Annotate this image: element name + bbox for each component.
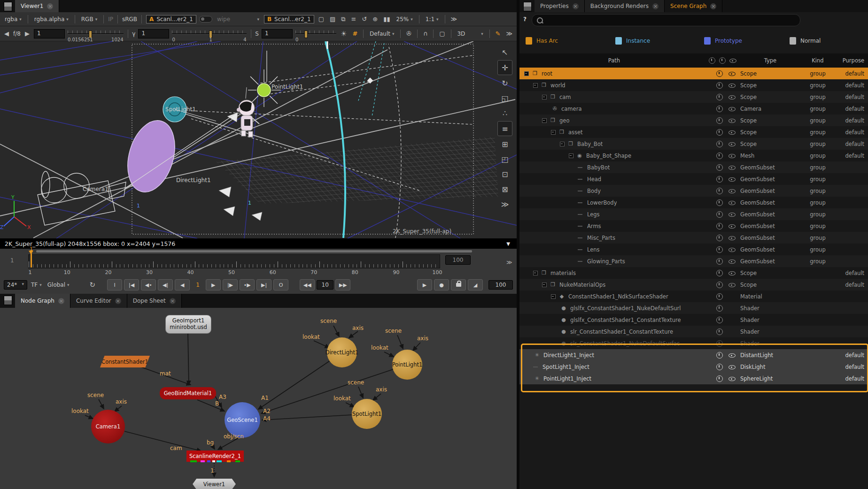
refresh-icon[interactable]: ↺ [360,15,368,23]
frame-selected-icon[interactable]: ⊡ [498,167,512,181]
eye-icon[interactable] [728,117,736,124]
close-icon[interactable]: × [58,298,64,304]
eye-icon[interactable] [728,153,736,159]
status-dropdown-icon[interactable]: ▼ [506,241,510,246]
expander-icon[interactable] [542,283,547,287]
step-forward-button[interactable]: |▶ [223,279,238,290]
b-input-box[interactable]: B Scanl...er2_1 [264,15,314,23]
jump-back-button[interactable]: ◀◀ [300,279,315,290]
power-icon[interactable] [716,188,723,194]
power-icon[interactable] [716,199,723,206]
channels-select[interactable]: RGB▾ [79,15,99,23]
eye-icon[interactable] [728,141,736,147]
power-icon[interactable] [716,282,723,288]
node-geobindmaterial1[interactable]: GeoBindMaterial1 [160,387,216,399]
table-row[interactable]: BabyBotGeomSubsetgroup [519,161,868,173]
eye-icon[interactable] [728,246,736,253]
power-icon[interactable] [716,176,723,183]
eye-icon[interactable] [728,270,736,276]
new-viewer-icon[interactable]: ⧉ [340,15,347,23]
power-icon[interactable] [716,117,723,124]
end-frame-field[interactable]: 100 [488,280,513,290]
table-row[interactable]: LegsGeomSubsetgroup [519,208,868,220]
header-kind[interactable]: Kind [800,57,835,64]
node-viewer1[interactable]: Viewer1 [193,479,236,489]
expander-icon[interactable] [533,83,538,88]
eye-icon[interactable] [728,199,736,206]
header-eye-icon[interactable] [729,57,736,64]
fullframe-icon[interactable]: ▢ [317,15,326,23]
range-start-value[interactable]: 1 [10,257,14,264]
node-spotlight1[interactable]: SpotLight1 [352,399,382,429]
node-scanlinerender2-1[interactable]: ScanlineRender2_1 [186,451,244,462]
eye-icon[interactable] [728,235,736,241]
eye-icon[interactable] [728,164,736,171]
view-preset-select[interactable]: Default▾ [368,30,396,38]
translate-tool-icon[interactable]: ✛ [497,60,512,75]
gain-slider[interactable]: 0.015625 1 1024 [68,31,124,37]
power-icon[interactable] [716,270,723,276]
power-icon[interactable] [716,317,723,323]
power-icon[interactable] [716,340,723,347]
gain-field[interactable]: 1 [34,29,65,38]
close-icon[interactable]: × [47,3,53,9]
eye-icon[interactable] [728,188,736,194]
pause-icon[interactable]: ▮▮ [382,15,391,23]
power-icon[interactable] [716,352,723,359]
more-icon[interactable]: ≫ [450,15,459,23]
eye-icon[interactable] [728,129,736,136]
power-icon[interactable] [716,375,723,382]
power-icon[interactable] [716,70,723,77]
prev-keyframe-button[interactable]: ◀• [141,279,156,290]
table-row[interactable]: Misc_PartsGeomSubsetgroup [519,232,868,244]
header-power-icon[interactable] [719,57,726,64]
expander-icon[interactable] [533,271,538,275]
table-row[interactable]: SpotLight1_InjectDiskLightdefault [519,361,868,373]
node-pointlight1[interactable]: PointLight1 [392,350,422,380]
tab-background-renders[interactable]: Background Renders× [585,0,665,12]
play-forward-button[interactable]: ▶ [206,279,221,290]
table-row[interactable]: HeadGeomSubsetgroup [519,173,868,185]
power-icon[interactable] [716,223,723,229]
sliders-tool-icon[interactable]: ≡ [497,121,512,136]
node-camera1[interactable]: Camera1 [91,410,125,443]
fps-select[interactable]: 24*▾ [4,280,27,290]
node-directlight1[interactable]: DirectLight1 [327,337,357,367]
headlamp-icon[interactable]: ☀ [339,30,348,38]
eye-icon[interactable] [728,352,736,359]
goto-start-button[interactable]: |◀ [124,279,139,290]
node-geoscene1[interactable]: GeoScene1 [225,402,260,438]
close-icon[interactable]: × [652,3,659,9]
frame-skip-field[interactable]: 10 [317,280,333,290]
gamma-field[interactable]: 1 [138,29,169,38]
saturation-slider[interactable]: 0 [295,31,336,37]
tab-scene-graph[interactable]: Scene Graph× [665,0,722,12]
pane-menu-icon[interactable] [4,2,12,11]
tab-properties[interactable]: Properties× [535,0,585,12]
pane-menu-icon[interactable] [523,2,532,11]
eye-icon[interactable] [728,375,736,382]
curve-icon[interactable]: ∩ [422,30,429,37]
table-row[interactable]: ◆ConstantShader1_NdkSurfaceShaderMateria… [519,290,868,302]
wipe-toggle[interactable] [199,16,212,23]
saturation-field[interactable]: 1 [262,29,293,38]
table-row[interactable]: ❒Baby_BotScopegroupdefault [519,138,868,150]
camera-view-icon[interactable]: ✇ [405,30,413,37]
table-row[interactable]: ◉Baby_Bot_ShapeMeshgroupdefault [519,150,868,161]
pane-menu-icon[interactable] [4,296,12,305]
fstop-down-icon[interactable]: ◀ [3,30,10,37]
layout-quad-icon[interactable]: ◰ [498,152,512,166]
table-row[interactable]: LensGeomSubsetgroup [519,244,868,255]
grid-overlay-icon[interactable]: # [351,30,359,37]
table-row[interactable]: ●slr_ConstantShader1_NukeDefaultSurfacSh… [519,337,868,349]
set-in-button[interactable]: I [107,279,122,290]
table-row[interactable]: ●glslfx_ConstantShader1_NukeDefaultSurlS… [519,302,868,314]
expander-icon[interactable] [542,95,547,99]
viewport-3d[interactable]: PointLight1 SpotLight1 DirectLight1 Came… [0,41,517,238]
table-row[interactable]: ❒assetScopegroupdefault [519,126,868,138]
ram-cache-icon[interactable]: ◢ [468,279,483,290]
table-row[interactable]: ❒geoScopegroupdefault [519,115,868,126]
power-icon[interactable] [716,82,723,89]
power-icon[interactable] [716,153,723,159]
select-tool-icon[interactable]: ↖ [498,45,512,59]
